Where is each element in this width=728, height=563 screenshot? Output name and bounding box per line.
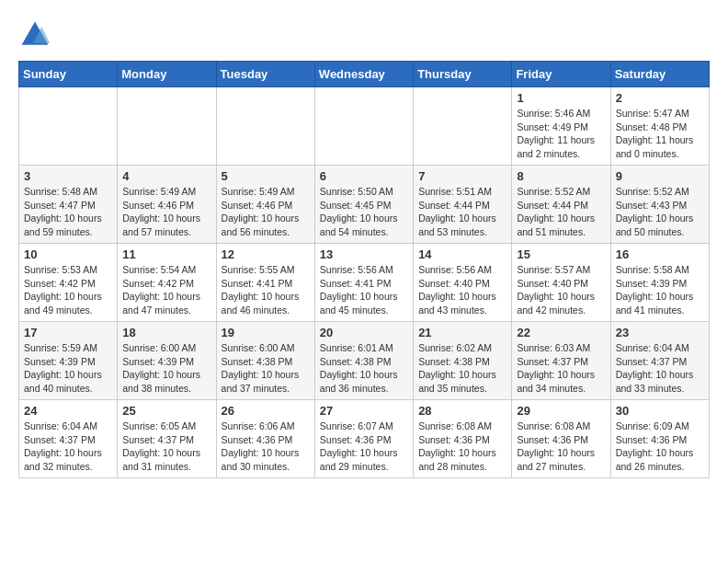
calendar-body: 1Sunrise: 5:46 AMSunset: 4:49 PMDaylight… (19, 87, 710, 478)
day-info: Sunrise: 5:49 AMSunset: 4:46 PMDaylight:… (122, 185, 210, 239)
calendar-day-cell: 19Sunrise: 6:00 AMSunset: 4:38 PMDayligh… (216, 322, 314, 400)
weekday-header-cell: Friday (512, 62, 610, 87)
calendar-day-cell (314, 87, 413, 166)
day-number: 14 (418, 247, 506, 261)
day-number: 23 (616, 326, 704, 339)
day-number: 11 (122, 247, 210, 261)
day-info: Sunrise: 5:48 AMSunset: 4:47 PMDaylight:… (24, 185, 112, 239)
day-number: 25 (122, 404, 210, 418)
day-info: Sunrise: 5:56 AMSunset: 4:41 PMDaylight:… (320, 263, 408, 317)
calendar-day-cell: 12Sunrise: 5:55 AMSunset: 4:41 PMDayligh… (216, 244, 314, 322)
day-info: Sunrise: 5:52 AMSunset: 4:43 PMDaylight:… (616, 185, 704, 239)
calendar-day-cell: 21Sunrise: 6:02 AMSunset: 4:38 PMDayligh… (414, 322, 512, 400)
calendar-day-cell: 2Sunrise: 5:47 AMSunset: 4:48 PMDaylight… (610, 87, 709, 166)
calendar-day-cell (414, 87, 512, 166)
day-number: 29 (517, 404, 605, 418)
day-number: 9 (616, 169, 704, 183)
calendar-day-cell: 22Sunrise: 6:03 AMSunset: 4:37 PMDayligh… (512, 322, 610, 400)
calendar-day-cell: 7Sunrise: 5:51 AMSunset: 4:44 PMDaylight… (414, 166, 512, 244)
day-info: Sunrise: 6:01 AMSunset: 4:38 PMDaylight:… (320, 341, 408, 396)
calendar-day-cell: 29Sunrise: 6:08 AMSunset: 4:36 PMDayligh… (512, 400, 610, 478)
day-info: Sunrise: 5:57 AMSunset: 4:40 PMDaylight:… (517, 263, 605, 317)
weekday-header-cell: Tuesday (216, 62, 314, 87)
day-info: Sunrise: 5:47 AMSunset: 4:48 PMDaylight:… (616, 107, 704, 161)
logo-icon (18, 18, 51, 52)
day-info: Sunrise: 6:03 AMSunset: 4:37 PMDaylight:… (517, 341, 605, 396)
page-header (18, 18, 710, 52)
day-number: 27 (320, 404, 408, 418)
calendar-day-cell: 13Sunrise: 5:56 AMSunset: 4:41 PMDayligh… (314, 244, 413, 322)
calendar-day-cell: 15Sunrise: 5:57 AMSunset: 4:40 PMDayligh… (512, 244, 610, 322)
logo (18, 18, 57, 52)
calendar-day-cell: 23Sunrise: 6:04 AMSunset: 4:37 PMDayligh… (610, 322, 709, 400)
day-info: Sunrise: 6:00 AMSunset: 4:38 PMDaylight:… (222, 341, 310, 396)
day-number: 1 (517, 91, 605, 105)
calendar-day-cell: 17Sunrise: 5:59 AMSunset: 4:39 PMDayligh… (19, 322, 118, 400)
day-info: Sunrise: 5:58 AMSunset: 4:39 PMDaylight:… (616, 263, 704, 317)
day-info: Sunrise: 6:08 AMSunset: 4:36 PMDaylight:… (418, 419, 506, 474)
day-info: Sunrise: 6:06 AMSunset: 4:36 PMDaylight:… (222, 419, 310, 474)
day-number: 17 (24, 326, 112, 339)
weekday-header-cell: Wednesday (314, 62, 413, 87)
day-info: Sunrise: 5:52 AMSunset: 4:44 PMDaylight:… (517, 185, 605, 239)
calendar-day-cell: 20Sunrise: 6:01 AMSunset: 4:38 PMDayligh… (314, 322, 413, 400)
calendar-day-cell: 6Sunrise: 5:50 AMSunset: 4:45 PMDaylight… (314, 166, 413, 244)
calendar-day-cell: 1Sunrise: 5:46 AMSunset: 4:49 PMDaylight… (512, 87, 610, 166)
day-number: 7 (418, 169, 506, 183)
calendar-week-row: 10Sunrise: 5:53 AMSunset: 4:42 PMDayligh… (19, 244, 710, 322)
day-number: 28 (418, 404, 506, 418)
calendar-week-row: 17Sunrise: 5:59 AMSunset: 4:39 PMDayligh… (19, 322, 710, 400)
day-info: Sunrise: 6:04 AMSunset: 4:37 PMDaylight:… (24, 419, 112, 474)
day-number: 5 (222, 169, 310, 183)
day-info: Sunrise: 5:54 AMSunset: 4:42 PMDaylight:… (122, 263, 210, 317)
day-number: 8 (517, 169, 605, 183)
day-info: Sunrise: 5:50 AMSunset: 4:45 PMDaylight:… (320, 185, 408, 239)
day-info: Sunrise: 6:05 AMSunset: 4:37 PMDaylight:… (122, 419, 210, 474)
calendar-day-cell: 5Sunrise: 5:49 AMSunset: 4:46 PMDaylight… (216, 166, 314, 244)
calendar-week-row: 1Sunrise: 5:46 AMSunset: 4:49 PMDaylight… (19, 87, 710, 166)
calendar-week-row: 24Sunrise: 6:04 AMSunset: 4:37 PMDayligh… (19, 400, 710, 478)
calendar-day-cell (118, 87, 216, 166)
calendar-day-cell: 28Sunrise: 6:08 AMSunset: 4:36 PMDayligh… (414, 400, 512, 478)
calendar: SundayMondayTuesdayWednesdayThursdayFrid… (18, 61, 710, 478)
day-number: 13 (320, 247, 408, 261)
calendar-day-cell: 30Sunrise: 6:09 AMSunset: 4:36 PMDayligh… (610, 400, 709, 478)
calendar-day-cell: 10Sunrise: 5:53 AMSunset: 4:42 PMDayligh… (19, 244, 118, 322)
day-number: 3 (24, 169, 112, 183)
day-info: Sunrise: 5:53 AMSunset: 4:42 PMDaylight:… (24, 263, 112, 317)
day-number: 4 (122, 169, 210, 183)
day-number: 26 (222, 404, 310, 418)
day-info: Sunrise: 5:55 AMSunset: 4:41 PMDaylight:… (222, 263, 310, 317)
day-number: 22 (517, 326, 605, 339)
weekday-header-cell: Monday (118, 62, 216, 87)
day-number: 20 (320, 326, 408, 339)
day-info: Sunrise: 6:02 AMSunset: 4:38 PMDaylight:… (418, 341, 506, 396)
weekday-header-row: SundayMondayTuesdayWednesdayThursdayFrid… (19, 62, 710, 87)
weekday-header-cell: Thursday (414, 62, 512, 87)
day-number: 21 (418, 326, 506, 339)
calendar-day-cell: 11Sunrise: 5:54 AMSunset: 4:42 PMDayligh… (118, 244, 216, 322)
weekday-header-cell: Saturday (610, 62, 709, 87)
calendar-day-cell: 18Sunrise: 6:00 AMSunset: 4:39 PMDayligh… (118, 322, 216, 400)
calendar-week-row: 3Sunrise: 5:48 AMSunset: 4:47 PMDaylight… (19, 166, 710, 244)
calendar-day-cell (216, 87, 314, 166)
calendar-day-cell: 14Sunrise: 5:56 AMSunset: 4:40 PMDayligh… (414, 244, 512, 322)
calendar-day-cell (19, 87, 118, 166)
calendar-day-cell: 16Sunrise: 5:58 AMSunset: 4:39 PMDayligh… (610, 244, 709, 322)
day-info: Sunrise: 5:46 AMSunset: 4:49 PMDaylight:… (517, 107, 605, 161)
day-info: Sunrise: 5:59 AMSunset: 4:39 PMDaylight:… (24, 341, 112, 396)
day-number: 24 (24, 404, 112, 418)
day-number: 10 (24, 247, 112, 261)
day-number: 6 (320, 169, 408, 183)
day-info: Sunrise: 5:56 AMSunset: 4:40 PMDaylight:… (418, 263, 506, 317)
day-info: Sunrise: 6:08 AMSunset: 4:36 PMDaylight:… (517, 419, 605, 474)
day-number: 30 (616, 404, 704, 418)
day-info: Sunrise: 6:04 AMSunset: 4:37 PMDaylight:… (616, 341, 704, 396)
day-number: 15 (517, 247, 605, 261)
day-info: Sunrise: 6:09 AMSunset: 4:36 PMDaylight:… (616, 419, 704, 474)
calendar-day-cell: 3Sunrise: 5:48 AMSunset: 4:47 PMDaylight… (19, 166, 118, 244)
day-info: Sunrise: 5:49 AMSunset: 4:46 PMDaylight:… (222, 185, 310, 239)
day-number: 16 (616, 247, 704, 261)
day-number: 19 (222, 326, 310, 339)
weekday-header-cell: Sunday (19, 62, 118, 87)
